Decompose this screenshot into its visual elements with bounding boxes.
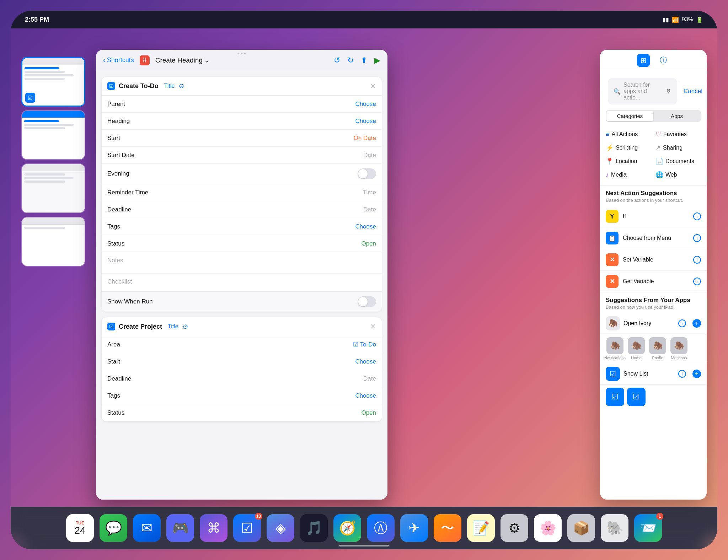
ivory-info-button[interactable]: i — [678, 319, 686, 327]
toolbar-dot-2 — [241, 53, 243, 54]
search-bar[interactable]: 🔍 Search for apps and actio... 🎙 — [608, 78, 677, 104]
show-list-sub-1[interactable]: ☑ — [606, 388, 624, 406]
thumb-card-2[interactable] — [21, 110, 85, 160]
cat-location[interactable]: 📍 Location — [606, 155, 651, 167]
dock-appstore[interactable]: Ⓐ — [367, 514, 395, 542]
checklist-area[interactable]: Checklist — [102, 274, 382, 291]
start-value[interactable]: On Date — [354, 135, 376, 142]
dock-mimestream[interactable]: 📨 1 — [634, 514, 662, 542]
project-deadline-row: Deadline Date — [102, 370, 382, 387]
web-label: Web — [665, 172, 677, 178]
dock-craft[interactable]: ◈ — [267, 514, 294, 542]
dock-discord[interactable]: 🎮 — [166, 514, 194, 542]
get-var-info-button[interactable]: i — [693, 278, 701, 285]
dock-tableplus[interactable]: 🐘 — [601, 514, 628, 542]
start-date-value[interactable]: Date — [363, 152, 376, 159]
project-status-value[interactable]: Open — [361, 409, 376, 416]
dock-music[interactable]: 🎵 — [300, 514, 328, 542]
cat-scripting[interactable]: ⚡ Scripting — [606, 142, 651, 154]
ivory-add-button[interactable]: + — [692, 319, 701, 328]
heading-value[interactable]: Choose — [355, 118, 376, 125]
sharing-icon: ↗ — [655, 144, 661, 152]
todo-close-icon[interactable]: ✕ — [370, 82, 376, 90]
dock-calendar[interactable]: TUE 24 — [66, 514, 94, 542]
dock-tasks[interactable]: ☑ 13 — [233, 514, 261, 542]
cat-favorites[interactable]: ♡ Favorites — [655, 128, 701, 140]
dock-freeform[interactable]: 〜 — [434, 514, 461, 542]
project-start-value[interactable]: Choose — [355, 358, 376, 365]
dock-safari[interactable]: 🧭 — [333, 514, 361, 542]
dock-shortcuts[interactable]: ⌘ — [200, 514, 228, 542]
status-right: ▮▮ 📶 93% 🔋 — [663, 16, 703, 23]
cat-media[interactable]: ♪ Media — [606, 169, 651, 181]
show-list-sub-2[interactable]: ☑ — [627, 388, 646, 406]
toolbar-actions: ↺ ↻ ⬆ ▶ — [334, 56, 380, 65]
suggestion-get-variable: ✕ Get Variable i — [600, 271, 707, 292]
cat-all-actions[interactable]: ≡ All Actions — [606, 128, 651, 140]
status-value[interactable]: Open — [361, 240, 376, 247]
thumb-card-4[interactable] — [21, 217, 85, 266]
dock-settings[interactable]: ⚙ — [500, 514, 528, 542]
todo-start-date-row: Start Date Date — [102, 147, 382, 164]
notes-area[interactable]: Notes — [102, 252, 382, 274]
cat-sharing[interactable]: ↗ Sharing — [655, 142, 701, 154]
deadline-value[interactable]: Date — [363, 206, 376, 213]
parent-value[interactable]: Choose — [355, 101, 376, 108]
todo-title: Create To-Do — [119, 82, 159, 90]
toolbar-dot-1 — [238, 53, 240, 54]
dock-messages[interactable]: 💬 — [100, 514, 127, 542]
todo-heading-row: Heading Choose — [102, 113, 382, 130]
dock-warehouse[interactable]: 📦 — [567, 514, 595, 542]
show-when-run-toggle[interactable] — [358, 296, 376, 307]
mic-icon: 🎙 — [666, 88, 671, 95]
play-icon[interactable]: ▶ — [374, 56, 380, 65]
favorites-icon: ♡ — [655, 130, 661, 138]
set-var-info-button[interactable]: i — [693, 256, 701, 264]
choose-menu-info-button[interactable]: i — [693, 234, 701, 242]
evening-toggle[interactable] — [358, 168, 376, 179]
ivory-mentions-icon: 🦣 — [670, 337, 687, 354]
dock-notes[interactable]: 📝 — [467, 514, 495, 542]
ivory-home-item[interactable]: 🦣 Home — [627, 337, 646, 360]
thumb-card-1[interactable]: ☑ — [21, 57, 85, 107]
show-list-add-button[interactable]: + — [692, 370, 701, 378]
tags-value[interactable]: Choose — [355, 223, 376, 230]
project-deadline-value[interactable]: Date — [363, 375, 376, 382]
home-indicator[interactable] — [339, 545, 389, 546]
dock-testflight[interactable]: ✈ — [400, 514, 428, 542]
search-input[interactable]: Search for apps and actio... — [623, 82, 663, 101]
ivory-profile-item[interactable]: 🦣 Profile — [648, 337, 667, 360]
ivory-notifications-item[interactable]: 🦣 Notifications — [606, 337, 624, 360]
if-info-button[interactable]: i — [693, 212, 701, 220]
start-date-label: Start Date — [107, 152, 363, 159]
project-tags-value[interactable]: Choose — [355, 392, 376, 399]
categories-tab[interactable]: Categories — [606, 111, 653, 121]
undo-icon[interactable]: ↺ — [334, 56, 340, 65]
dock-mail[interactable]: ✉ — [133, 514, 161, 542]
todo-expand-icon[interactable]: ⊙ — [179, 82, 184, 90]
create-project-card: ☑ Create Project Title ⊙ ✕ Area ☑ To-Do … — [102, 317, 382, 421]
reminder-value[interactable]: Time — [363, 189, 376, 196]
cat-web[interactable]: 🌐 Web — [655, 169, 701, 181]
share-icon[interactable]: ⬆ — [361, 56, 367, 65]
dock-photos[interactable]: 🌸 — [534, 514, 562, 542]
area-value[interactable]: ☑ To-Do — [353, 341, 376, 348]
redo-icon[interactable]: ↻ — [347, 56, 354, 65]
settings-icon: ⚙ — [508, 520, 520, 536]
ivory-info-icon: i — [682, 321, 683, 326]
project-expand-icon[interactable]: ⊙ — [183, 323, 188, 330]
todo-evening-row: Evening — [102, 164, 382, 184]
web-icon: 🌐 — [655, 171, 663, 179]
back-button[interactable]: ‹ Shortcuts — [103, 56, 134, 64]
status-bar: 2:55 PM ▮▮ 📶 93% 🔋 — [11, 11, 717, 28]
show-list-info-button[interactable]: i — [678, 370, 686, 378]
cat-documents[interactable]: 📄 Documents — [655, 155, 701, 167]
info-button[interactable]: ⓘ — [657, 54, 670, 67]
add-action-button[interactable]: ⊞ — [637, 54, 650, 67]
cancel-button[interactable]: Cancel — [684, 88, 702, 95]
ivory-mentions-item[interactable]: 🦣 Mentions — [670, 337, 688, 360]
apps-tab[interactable]: Apps — [653, 111, 700, 121]
project-close-icon[interactable]: ✕ — [370, 322, 376, 331]
thumb-card-3[interactable] — [21, 163, 85, 213]
choose-menu-icon: 📋 — [606, 232, 619, 244]
